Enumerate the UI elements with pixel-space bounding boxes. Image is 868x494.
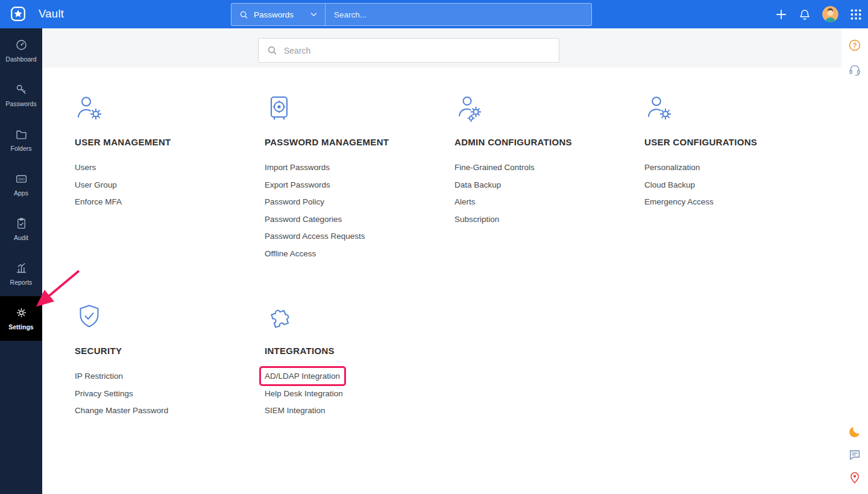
svg-text:SSO: SSO	[17, 177, 24, 181]
settings-link-ip-restriction[interactable]: IP Restriction	[75, 372, 265, 381]
user-configurations-icon	[644, 93, 673, 122]
section-links: UsersUser GroupEnforce MFA	[75, 163, 265, 207]
search-scope-dropdown[interactable]: Passwords	[231, 4, 325, 25]
sidebar-item-dashboard[interactable]: Dashboard	[0, 28, 42, 73]
right-rail: ?	[841, 28, 868, 494]
settings-link-offline-access[interactable]: Offline Access	[265, 249, 454, 259]
settings-sections: USER MANAGEMENTUsersUser GroupEnforce MF…	[75, 93, 834, 423]
settings-link-fine-grained-controls[interactable]: Fine-Grained Controls	[454, 163, 644, 173]
settings-link-import-passwords[interactable]: Import Passwords	[265, 163, 454, 173]
password-safe-icon	[265, 93, 294, 122]
sidebar-item-label: Reports	[10, 279, 33, 286]
search-icon	[239, 10, 248, 19]
settings-link-users[interactable]: Users	[75, 163, 265, 173]
settings-search-input[interactable]	[284, 46, 550, 55]
apps-grid-icon[interactable]	[850, 8, 862, 21]
section-title: PASSWORD MANAGEMENT	[265, 137, 454, 147]
admin-configurations-icon	[454, 93, 483, 122]
location-icon[interactable]	[848, 471, 861, 484]
sidebar-item-passwords[interactable]: Passwords	[0, 73, 42, 118]
sidebar-item-label: Settings	[8, 323, 33, 331]
sidebar-item-label: Dashboard	[5, 55, 36, 63]
sidebar-item-label: Passwords	[5, 100, 36, 107]
search-icon	[267, 45, 277, 55]
settings-link-privacy-settings[interactable]: Privacy Settings	[75, 389, 265, 399]
section-user-management: USER MANAGEMENTUsersUser GroupEnforce MF…	[75, 93, 265, 266]
settings-link-password-access-requests[interactable]: Password Access Requests	[265, 232, 454, 241]
section-password-management: PASSWORD MANAGEMENTImport PasswordsExpor…	[265, 93, 454, 266]
support-headset-icon[interactable]	[848, 63, 861, 77]
sidebar-item-label: Audit	[14, 234, 28, 241]
right-rail-bottom	[848, 425, 861, 484]
section-links: PersonalizationCloud BackupEmergency Acc…	[644, 163, 834, 207]
audit-icon	[15, 217, 28, 230]
section-links: Import PasswordsExport PasswordsPassword…	[265, 163, 454, 259]
section-title: ADMIN CONFIGURATIONS	[454, 137, 644, 147]
topbar: Vault Passwords	[0, 0, 868, 28]
sidebar-item-settings[interactable]: Settings	[0, 296, 42, 341]
section-security: SECURITYIP RestrictionPrivacy SettingsCh…	[75, 302, 265, 423]
main-content: USER MANAGEMENTUsersUser GroupEnforce MF…	[42, 28, 841, 494]
notifications-bell-icon[interactable]	[799, 8, 811, 21]
settings-search-box	[258, 38, 559, 63]
user-avatar[interactable]	[822, 6, 838, 22]
sso-apps-icon: SSO	[15, 173, 28, 185]
section-user-configurations: USER CONFIGURATIONSPersonalizationCloud …	[644, 93, 834, 266]
topbar-actions	[775, 0, 862, 28]
settings-link-siem-integration[interactable]: SIEM Integration	[265, 406, 454, 416]
section-links: IP RestrictionPrivacy SettingsChange Mas…	[75, 372, 265, 416]
integrations-puzzle-icon	[265, 302, 294, 331]
night-mode-icon[interactable]	[848, 425, 861, 439]
sidebar-item-apps[interactable]: SSOApps	[0, 162, 42, 207]
security-shield-icon	[75, 302, 104, 331]
sidebar-item-reports[interactable]: Reports	[0, 252, 42, 296]
sidebar-item-label: Apps	[14, 189, 28, 197]
settings-link-change-master-password[interactable]: Change Master Password	[75, 406, 265, 416]
sidebar-item-label: Folders	[10, 145, 31, 152]
settings-link-help-desk-integration[interactable]: Help Desk Integration	[265, 389, 454, 399]
sidebar-nav: DashboardPasswordsFoldersSSOAppsAuditRep…	[0, 28, 42, 494]
section-links: Fine-Grained ControlsData BackupAlertsSu…	[454, 163, 644, 224]
search-scope-label: Passwords	[254, 10, 294, 19]
settings-link-password-policy[interactable]: Password Policy	[265, 197, 454, 207]
settings-link-user-group[interactable]: User Group	[75, 180, 265, 190]
topbar-search: Passwords	[231, 3, 592, 26]
feedback-icon[interactable]	[848, 448, 861, 461]
settings-link-export-passwords[interactable]: Export Passwords	[265, 180, 454, 190]
svg-text:?: ?	[853, 42, 857, 49]
section-title: USER MANAGEMENT	[75, 137, 265, 147]
folder-icon	[15, 128, 28, 141]
section-title: SECURITY	[75, 346, 265, 356]
settings-link-data-backup[interactable]: Data Backup	[454, 180, 644, 190]
section-integrations: INTEGRATIONSAD/LDAP IntegrationHelp Desk…	[265, 302, 454, 423]
sidebar-item-folders[interactable]: Folders	[0, 118, 42, 162]
vault-logo-icon	[9, 5, 27, 23]
user-management-icon	[75, 93, 104, 122]
help-icon[interactable]: ?	[848, 39, 861, 52]
chevron-down-icon	[310, 12, 317, 17]
settings-link-ad-ldap-integration[interactable]: AD/LDAP Integration	[265, 372, 454, 381]
settings-link-enforce-mfa[interactable]: Enforce MFA	[75, 197, 265, 207]
settings-link-personalization[interactable]: Personalization	[644, 163, 834, 173]
topbar-search-input[interactable]	[326, 4, 591, 25]
reports-icon	[15, 262, 28, 274]
settings-link-password-categories[interactable]: Password Categories	[265, 215, 454, 224]
section-title: INTEGRATIONS	[265, 346, 454, 356]
sidebar-item-audit[interactable]: Audit	[0, 207, 42, 252]
dashboard-icon	[15, 39, 28, 51]
section-links: AD/LDAP IntegrationHelp Desk Integration…	[265, 372, 454, 416]
settings-link-subscription[interactable]: Subscription	[454, 215, 644, 224]
settings-link-alerts[interactable]: Alerts	[454, 197, 644, 207]
key-icon	[15, 83, 28, 96]
add-button[interactable]	[775, 8, 787, 21]
search-band	[42, 28, 841, 68]
settings-link-emergency-access[interactable]: Emergency Access	[644, 197, 834, 207]
settings-link-cloud-backup[interactable]: Cloud Backup	[644, 180, 834, 190]
app-title: Vault	[39, 7, 64, 21]
section-title: USER CONFIGURATIONS	[644, 137, 834, 147]
section-admin-configurations: ADMIN CONFIGURATIONSFine-Grained Control…	[454, 93, 644, 266]
gear-icon	[15, 306, 28, 319]
right-rail-top: ?	[848, 39, 861, 77]
